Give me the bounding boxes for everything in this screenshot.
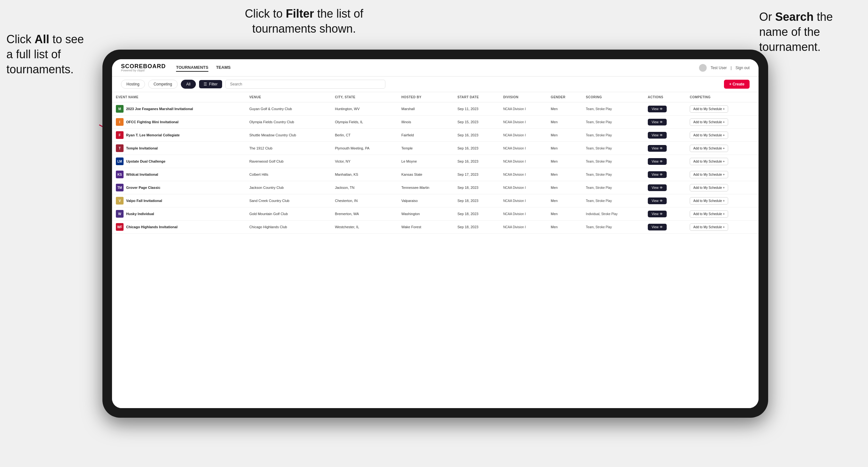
cell-city-5: Manhattan, KS bbox=[331, 168, 398, 181]
tab-all[interactable]: All bbox=[181, 80, 196, 89]
view-button-5[interactable]: View 👁 bbox=[648, 171, 667, 178]
cell-venue-0: Guyan Golf & Country Club bbox=[246, 102, 331, 116]
cell-competing-0[interactable]: Add to My Schedule + bbox=[686, 102, 758, 116]
cell-scoring-6: Team, Stroke Play bbox=[582, 181, 644, 194]
sign-out-link[interactable]: Sign out bbox=[736, 66, 750, 70]
col-event-name: EVENT NAME bbox=[112, 92, 246, 102]
cell-action-3[interactable]: View 👁 bbox=[644, 142, 686, 155]
view-button-0[interactable]: View 👁 bbox=[648, 105, 667, 112]
view-button-7[interactable]: View 👁 bbox=[648, 197, 667, 204]
tab-hosting[interactable]: Hosting bbox=[121, 80, 145, 89]
cell-competing-6[interactable]: Add to My Schedule + bbox=[686, 181, 758, 194]
annotation-top-left: Click All to see a full list of tourname… bbox=[6, 32, 90, 77]
cell-competing-7[interactable]: Add to My Schedule + bbox=[686, 194, 758, 208]
table-container[interactable]: EVENT NAME VENUE CITY, STATE HOSTED BY S… bbox=[112, 92, 758, 408]
cell-hosted-6: Tennessee-Martin bbox=[398, 181, 454, 194]
filter-icon: ☰ bbox=[204, 82, 207, 86]
add-schedule-button-0[interactable]: Add to My Schedule + bbox=[690, 105, 728, 113]
cell-competing-3[interactable]: Add to My Schedule + bbox=[686, 142, 758, 155]
view-eye-icon-1: 👁 bbox=[660, 120, 663, 124]
cell-event-0: M 2023 Joe Feaganes Marshall Invitationa… bbox=[112, 102, 246, 116]
cell-event-8: W Husky Individual bbox=[112, 208, 246, 221]
nav-links: TOURNAMENTS TEAMS bbox=[176, 64, 230, 72]
cell-competing-2[interactable]: Add to My Schedule + bbox=[686, 129, 758, 142]
cell-competing-4[interactable]: Add to My Schedule + bbox=[686, 155, 758, 168]
cell-gender-7: Men bbox=[547, 194, 582, 208]
cell-competing-5[interactable]: Add to My Schedule + bbox=[686, 168, 758, 181]
cell-date-3: Sep 16, 2023 bbox=[454, 142, 499, 155]
cell-action-9[interactable]: View 👁 bbox=[644, 221, 686, 234]
cell-hosted-9: Wake Forest bbox=[398, 221, 454, 234]
filter-button[interactable]: ☰ Filter bbox=[199, 80, 222, 88]
event-name-5: Wildcat Invitational bbox=[126, 173, 158, 176]
view-button-9[interactable]: View 👁 bbox=[648, 224, 667, 230]
cell-venue-1: Olympia Fields Country Club bbox=[246, 116, 331, 129]
cell-scoring-3: Team, Stroke Play bbox=[582, 142, 644, 155]
view-button-1[interactable]: View 👁 bbox=[648, 119, 667, 125]
search-input[interactable] bbox=[225, 80, 385, 89]
col-division: DIVISION bbox=[499, 92, 547, 102]
cell-competing-1[interactable]: Add to My Schedule + bbox=[686, 116, 758, 129]
add-schedule-button-2[interactable]: Add to My Schedule + bbox=[690, 131, 728, 139]
cell-action-8[interactable]: View 👁 bbox=[644, 208, 686, 221]
cell-action-7[interactable]: View 👁 bbox=[644, 194, 686, 208]
nav-teams[interactable]: TEAMS bbox=[216, 64, 231, 72]
tab-competing[interactable]: Competing bbox=[148, 80, 178, 89]
cell-scoring-0: Team, Stroke Play bbox=[582, 102, 644, 116]
brand: SCOREBOARD Powered by clippd bbox=[121, 63, 166, 72]
cell-event-2: F Ryan T. Lee Memorial Collegiate bbox=[112, 129, 246, 142]
cell-gender-9: Men bbox=[547, 221, 582, 234]
cell-hosted-2: Fairfield bbox=[398, 129, 454, 142]
view-button-3[interactable]: View 👁 bbox=[648, 145, 667, 152]
add-schedule-button-9[interactable]: Add to My Schedule + bbox=[690, 223, 728, 231]
add-schedule-button-1[interactable]: Add to My Schedule + bbox=[690, 118, 728, 126]
tablet-screen: SCOREBOARD Powered by clippd TOURNAMENTS… bbox=[112, 59, 758, 408]
cell-city-2: Berlin, CT bbox=[331, 129, 398, 142]
add-schedule-button-8[interactable]: Add to My Schedule + bbox=[690, 210, 728, 218]
cell-city-7: Chesterton, IN bbox=[331, 194, 398, 208]
add-schedule-button-4[interactable]: Add to My Schedule + bbox=[690, 158, 728, 165]
cell-gender-2: Men bbox=[547, 129, 582, 142]
cell-venue-6: Jackson Country Club bbox=[246, 181, 331, 194]
view-eye-icon-9: 👁 bbox=[660, 225, 663, 229]
col-venue: VENUE bbox=[246, 92, 331, 102]
col-start-date: START DATE bbox=[454, 92, 499, 102]
add-schedule-button-6[interactable]: Add to My Schedule + bbox=[690, 184, 728, 191]
cell-action-0[interactable]: View 👁 bbox=[644, 102, 686, 116]
view-button-4[interactable]: View 👁 bbox=[648, 158, 667, 165]
cell-division-0: NCAA Division I bbox=[499, 102, 547, 116]
add-schedule-button-5[interactable]: Add to My Schedule + bbox=[690, 171, 728, 178]
cell-action-6[interactable]: View 👁 bbox=[644, 181, 686, 194]
table-row: KS Wildcat Invitational Colbert Hills Ma… bbox=[112, 168, 758, 181]
view-button-8[interactable]: View 👁 bbox=[648, 211, 667, 217]
cell-venue-8: Gold Mountain Golf Club bbox=[246, 208, 331, 221]
cell-city-9: Westchester, IL bbox=[331, 221, 398, 234]
cell-scoring-2: Team, Stroke Play bbox=[582, 129, 644, 142]
table-header-row: EVENT NAME VENUE CITY, STATE HOSTED BY S… bbox=[112, 92, 758, 102]
cell-scoring-8: Individual, Stroke Play bbox=[582, 208, 644, 221]
cell-date-2: Sep 16, 2023 bbox=[454, 129, 499, 142]
cell-date-7: Sep 18, 2023 bbox=[454, 194, 499, 208]
cell-action-4[interactable]: View 👁 bbox=[644, 155, 686, 168]
cell-action-1[interactable]: View 👁 bbox=[644, 116, 686, 129]
cell-scoring-9: Team, Stroke Play bbox=[582, 221, 644, 234]
cell-action-2[interactable]: View 👁 bbox=[644, 129, 686, 142]
add-schedule-button-3[interactable]: Add to My Schedule + bbox=[690, 145, 728, 152]
nav-tournaments[interactable]: TOURNAMENTS bbox=[176, 64, 208, 72]
navbar: SCOREBOARD Powered by clippd TOURNAMENTS… bbox=[112, 59, 758, 76]
cell-competing-9[interactable]: Add to My Schedule + bbox=[686, 221, 758, 234]
add-schedule-button-7[interactable]: Add to My Schedule + bbox=[690, 197, 728, 205]
cell-gender-4: Men bbox=[547, 155, 582, 168]
cell-competing-8[interactable]: Add to My Schedule + bbox=[686, 208, 758, 221]
view-button-2[interactable]: View 👁 bbox=[648, 132, 667, 138]
cell-division-5: NCAA Division I bbox=[499, 168, 547, 181]
nav-separator: | bbox=[731, 66, 732, 70]
cell-action-5[interactable]: View 👁 bbox=[644, 168, 686, 181]
col-scoring: SCORING bbox=[582, 92, 644, 102]
create-button[interactable]: + Create bbox=[724, 80, 750, 89]
view-button-6[interactable]: View 👁 bbox=[648, 184, 667, 191]
event-name-9: Chicago Highlands Invitational bbox=[126, 225, 178, 229]
tournaments-table: EVENT NAME VENUE CITY, STATE HOSTED BY S… bbox=[112, 92, 758, 234]
view-eye-icon-2: 👁 bbox=[660, 133, 663, 137]
view-eye-icon-7: 👁 bbox=[660, 199, 663, 203]
